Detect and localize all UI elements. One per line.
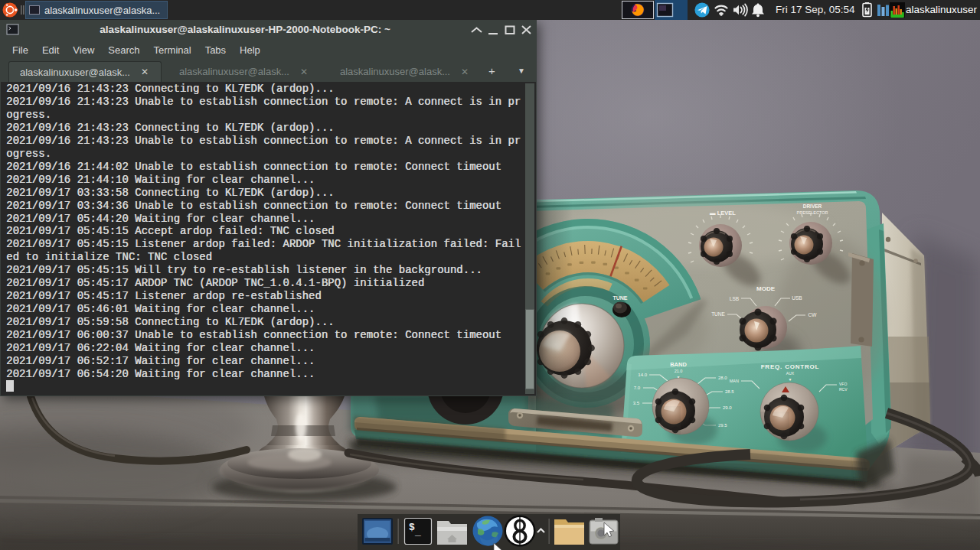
svg-text:RCV: RCV [839, 387, 848, 392]
svg-text:_: _ [414, 526, 421, 538]
svg-text:▬ LEVEL: ▬ LEVEL [710, 210, 736, 216]
svg-text:FREQ. CONTROL: FREQ. CONTROL [761, 363, 820, 370]
svg-text:28.0: 28.0 [718, 376, 727, 380]
svg-text:DRIVER: DRIVER [803, 203, 822, 209]
svg-text:▼: ▼ [789, 377, 792, 382]
svg-text:TUNE: TUNE [612, 295, 627, 301]
svg-text:BAND: BAND [670, 361, 687, 368]
svg-text:TUNE: TUNE [711, 311, 725, 317]
svg-text:CW: CW [808, 312, 818, 317]
svg-text:MODE: MODE [756, 285, 776, 292]
svg-text:14.0: 14.0 [638, 373, 647, 377]
svg-text:7.0: 7.0 [634, 386, 641, 390]
svg-text:3.5: 3.5 [633, 401, 640, 405]
svg-text:LSB: LSB [730, 296, 739, 301]
svg-text:$: $ [409, 522, 415, 533]
svg-text:29.0: 29.0 [723, 405, 732, 410]
svg-text:21.0: 21.0 [675, 369, 683, 373]
svg-text:MAN: MAN [730, 379, 739, 383]
svg-text:VFO: VFO [839, 382, 847, 386]
svg-text:28.5: 28.5 [725, 389, 734, 394]
svg-text:29.5: 29.5 [718, 423, 727, 428]
svg-text:AUX: AUX [786, 371, 795, 376]
svg-text:USB: USB [792, 295, 802, 301]
